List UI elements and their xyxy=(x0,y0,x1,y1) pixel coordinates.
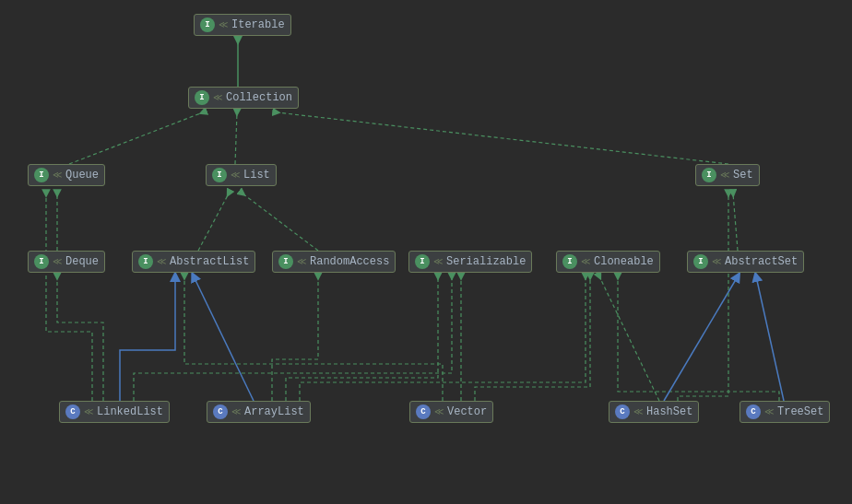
svg-line-14 xyxy=(664,276,738,401)
svg-line-6 xyxy=(277,112,728,164)
icon-treeset: C xyxy=(746,404,761,419)
label-iterable: Iterable xyxy=(231,18,285,31)
node-abstractlist: I ≪ AbstractList xyxy=(132,251,255,273)
svg-line-11 xyxy=(194,276,254,401)
node-linkedlist: C ≪ LinkedList xyxy=(59,401,170,423)
label-arraylist: ArrayList xyxy=(244,405,304,418)
label-serializable: Serializable xyxy=(446,255,526,268)
icon-collection: I xyxy=(195,90,209,105)
icon-queue: I xyxy=(34,168,49,182)
node-cloneable: I ≪ Cloneable xyxy=(556,251,660,273)
node-vector: C ≪ Vector xyxy=(409,401,493,423)
label-set: Set xyxy=(733,169,753,182)
label-treeset: TreeSet xyxy=(777,405,823,418)
node-randomaccess: I ≪ RandomAccess xyxy=(272,251,396,273)
label-abstractlist: AbstractList xyxy=(170,255,249,268)
svg-line-9 xyxy=(243,193,318,251)
icon-serializable: I xyxy=(415,254,430,269)
node-set: I ≪ Set xyxy=(695,164,760,186)
icon-abstractset: I xyxy=(693,254,708,269)
icon-abstractlist: I xyxy=(138,254,153,269)
icon-linkedlist: C xyxy=(65,404,80,419)
icon-randomaccess: I xyxy=(278,254,293,269)
class-diagram: I ≪ Iterable I ≪ Collection I ≪ Queue I … xyxy=(0,0,852,504)
label-list: List xyxy=(243,169,270,182)
label-deque: Deque xyxy=(65,255,99,268)
svg-line-5 xyxy=(235,112,237,164)
icon-list: I xyxy=(212,168,227,182)
label-vector: Vector xyxy=(447,405,487,418)
label-hashset: HashSet xyxy=(646,405,692,418)
icon-hashset: C xyxy=(615,404,630,419)
svg-line-8 xyxy=(198,193,229,251)
icon-vector: C xyxy=(416,404,431,419)
svg-line-10 xyxy=(733,193,738,251)
svg-line-13 xyxy=(599,276,659,401)
icon-arraylist: C xyxy=(213,404,228,419)
icon-iterable: I xyxy=(200,18,215,32)
label-linkedlist: LinkedList xyxy=(97,405,163,418)
label-abstractset: AbstractSet xyxy=(725,255,798,268)
label-randomaccess: RandomAccess xyxy=(310,255,389,268)
node-deque: I ≪ Deque xyxy=(28,251,105,273)
node-hashset: C ≪ HashSet xyxy=(609,401,699,423)
node-collection: I ≪ Collection xyxy=(188,87,299,109)
node-serializable: I ≪ Serializable xyxy=(408,251,532,273)
node-treeset: C ≪ TreeSet xyxy=(740,401,830,423)
svg-line-4 xyxy=(69,112,203,164)
node-list: I ≪ List xyxy=(206,164,277,186)
node-arraylist: C ≪ ArrayList xyxy=(207,401,311,423)
label-collection: Collection xyxy=(226,91,292,104)
icon-deque: I xyxy=(34,254,49,269)
icon-cloneable: I xyxy=(562,254,577,269)
label-queue: Queue xyxy=(65,169,99,182)
svg-line-15 xyxy=(756,276,784,401)
node-queue: I ≪ Queue xyxy=(28,164,105,186)
icon-set: I xyxy=(702,168,716,182)
label-cloneable: Cloneable xyxy=(594,255,654,268)
node-abstractset: I ≪ AbstractSet xyxy=(687,251,804,273)
node-iterable: I ≪ Iterable xyxy=(194,14,291,36)
